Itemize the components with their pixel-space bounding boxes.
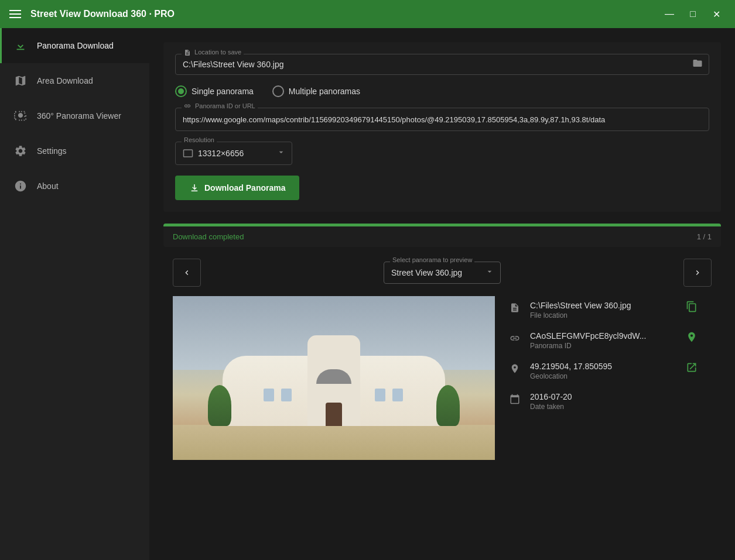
sidebar-item-label: About [37, 181, 59, 191]
close-button[interactable]: ✕ [707, 5, 726, 23]
resolution-value: 13312×6656 [198, 149, 244, 158]
copy-panorama-id-button[interactable] [686, 331, 698, 346]
select-panorama-value: Street View 360.jpg [391, 268, 462, 277]
panorama-id-value: CAoSLEFGMVFpcE8ycl9vdW... [530, 331, 676, 341]
chevron-right-icon [693, 268, 702, 277]
next-button[interactable] [683, 259, 712, 287]
date-taken-label: Date taken [530, 403, 698, 411]
sidebar-item-label: 360° Panorama Viewer [37, 111, 121, 121]
preview-image-info: C:\Files\Street View 360.jpg File locati… [173, 296, 712, 460]
info-panel: C:\Files\Street View 360.jpg File locati… [495, 296, 712, 460]
panorama-id-label: Panorama ID [530, 342, 676, 350]
radio-group: Single panorama Multiple panoramas [175, 85, 709, 97]
progress-section: Download completed 1 / 1 [163, 224, 721, 247]
radio-multiple-panoramas[interactable]: Multiple panoramas [272, 85, 360, 97]
calendar-icon [509, 393, 521, 405]
date-taken-value: 2016-07-20 [530, 392, 698, 401]
progress-status-row: Download completed 1 / 1 [163, 226, 721, 247]
sidebar-item-panorama-download[interactable]: Panorama Download [0, 28, 149, 63]
url-input[interactable] [183, 115, 702, 124]
geolocation-label: Geolocation [530, 372, 676, 380]
radio-single-circle [175, 85, 187, 97]
chevron-down-icon [485, 267, 494, 279]
file-location-row: C:\Files\Street View 360.jpg File locati… [509, 301, 698, 319]
resolution-label: Resolution [182, 136, 217, 143]
folder-icon[interactable] [692, 58, 703, 71]
main-content: Location to save Single panorama Multipl… [149, 28, 735, 560]
top-section: Location to save Single panorama Multipl… [163, 42, 721, 212]
resolution-icon [183, 148, 193, 159]
file-icon [509, 302, 521, 314]
select-panorama-dropdown[interactable]: Select panorama to preview Street View 3… [384, 262, 501, 284]
titlebar: Street View Download 360 · PRO — □ ✕ [0, 0, 735, 28]
panorama-icon [13, 109, 28, 123]
chevron-left-icon [182, 268, 192, 277]
file-location-value: C:\Files\Street View 360.jpg [530, 301, 676, 310]
geolocation-row: 49.219504, 17.850595 Geolocation [509, 362, 698, 380]
hamburger-menu[interactable] [9, 10, 21, 18]
url-field-label: Panorama ID or URL [182, 102, 258, 109]
location-input[interactable] [183, 60, 685, 69]
preview-section: Select panorama to preview Street View 3… [163, 259, 721, 469]
location-icon [509, 363, 521, 375]
radio-multiple-label: Multiple panoramas [289, 87, 360, 96]
panorama-background [173, 296, 495, 460]
gear-icon [13, 144, 28, 158]
maximize-button[interactable]: □ [683, 5, 702, 23]
link-icon [509, 332, 521, 344]
minimize-button[interactable]: — [660, 5, 679, 23]
window-controls: — □ ✕ [660, 5, 726, 23]
chevron-down-icon [276, 147, 286, 159]
sidebar: Panorama Download Area Download 360° Pan… [0, 28, 149, 560]
info-icon [13, 179, 28, 193]
download-icon [13, 39, 28, 53]
sidebar-item-panorama-viewer[interactable]: 360° Panorama Viewer [0, 98, 149, 133]
sidebar-item-area-download[interactable]: Area Download [0, 63, 149, 98]
prev-button[interactable] [173, 259, 201, 287]
sidebar-item-label: Panorama Download [37, 41, 114, 50]
sidebar-item-settings[interactable]: Settings [0, 133, 149, 169]
radio-single-label: Single panorama [192, 87, 254, 96]
sidebar-item-about[interactable]: About [0, 169, 149, 204]
download-icon [189, 183, 200, 193]
panorama-id-row: CAoSLEFGMVFpcE8ycl9vdW... Panorama ID [509, 331, 698, 350]
url-field-group: Panorama ID or URL [175, 108, 709, 131]
download-panorama-button[interactable]: Download Panorama [175, 176, 299, 200]
date-taken-row: 2016-07-20 Date taken [509, 392, 698, 411]
resolution-dropdown[interactable]: Resolution 13312×6656 [175, 142, 292, 165]
map-icon [13, 74, 28, 88]
file-location-label: File location [530, 311, 676, 319]
preview-image [173, 296, 495, 460]
sidebar-item-label: Settings [37, 146, 67, 156]
copy-file-location-button[interactable] [686, 301, 698, 315]
radio-multiple-circle [272, 85, 284, 97]
download-button-label: Download Panorama [204, 183, 285, 193]
app-body: Panorama Download Area Download 360° Pan… [0, 28, 735, 560]
app-title: Street View Download 360 · PRO [30, 9, 175, 19]
geolocation-value: 49.219504, 17.850595 [530, 362, 676, 371]
preview-nav-row: Select panorama to preview Street View 3… [173, 259, 712, 287]
sidebar-item-label: Area Download [37, 76, 93, 85]
progress-count: 1 / 1 [697, 232, 712, 241]
location-field-group: Location to save [175, 54, 709, 75]
select-panorama-label: Select panorama to preview [390, 256, 474, 263]
download-status: Download completed [173, 232, 244, 241]
location-label: Location to save [182, 49, 244, 56]
open-geolocation-button[interactable] [686, 362, 698, 376]
radio-single-panorama[interactable]: Single panorama [175, 85, 254, 97]
